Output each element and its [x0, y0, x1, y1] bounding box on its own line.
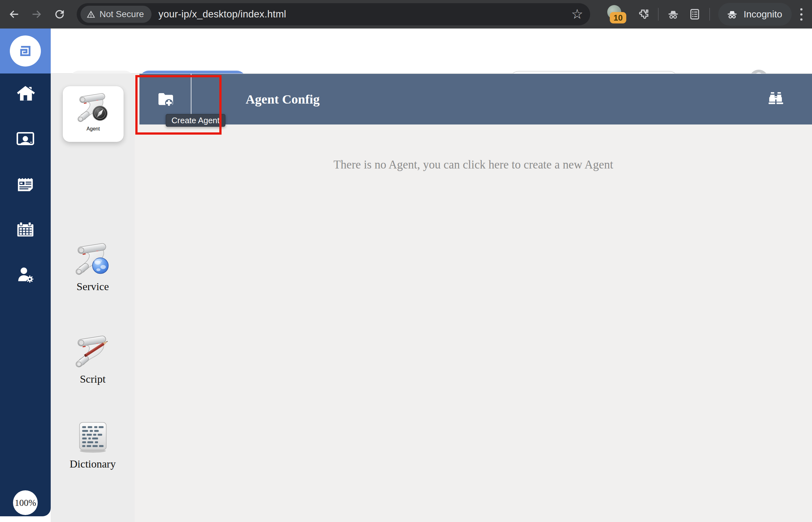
agent-scroll-icon	[75, 89, 112, 126]
module-panel: Agent Service	[51, 74, 135, 522]
panel-item-dictionary[interactable]: Dictionary	[51, 416, 135, 470]
service-scroll-icon	[72, 238, 114, 279]
reload-icon	[53, 8, 66, 21]
calendar-icon	[16, 220, 35, 239]
back-arrow-icon	[7, 8, 20, 21]
agent-toolbar: Agent Config	[139, 74, 812, 124]
app-logo[interactable]	[0, 28, 51, 74]
toolbar-separator	[658, 8, 659, 21]
panel-item-script-label: Script	[80, 373, 105, 385]
panel-item-service-label: Service	[77, 281, 109, 293]
incognito-hat-icon	[726, 8, 738, 21]
address-bar[interactable]: Not Secure your-ip/x_desktop/index.html …	[77, 3, 590, 25]
extension-button[interactable]: 10	[605, 3, 624, 25]
sidebar-item-home[interactable]	[16, 84, 35, 103]
app-header: Homepage Service Platform ✕	[0, 28, 812, 74]
extension-count-badge: 10	[610, 12, 626, 23]
sidebar-item-user-settings[interactable]	[16, 265, 35, 284]
sidebar-item-calendar[interactable]	[16, 220, 35, 239]
browser-forward-button[interactable]	[28, 5, 46, 23]
home-icon	[16, 84, 35, 103]
warning-triangle-icon	[86, 9, 96, 19]
browser-menu-button[interactable]	[795, 5, 808, 23]
empty-state-message[interactable]: There is no Agent, you can click here to…	[135, 158, 812, 172]
incognito-user-icon[interactable]	[666, 7, 680, 21]
forward-arrow-icon	[31, 8, 43, 21]
main-sidebar: 100%	[0, 74, 51, 516]
browser-back-button[interactable]	[5, 5, 23, 23]
panel-item-service[interactable]: Service	[51, 238, 135, 293]
browser-toolbar-right: 10	[605, 0, 812, 28]
zoom-level-button[interactable]: 100%	[13, 490, 38, 515]
content-area: Agent Config There is no Agent, you can …	[135, 74, 812, 522]
incognito-profile-badge[interactable]: Incognito	[718, 3, 792, 26]
sidebar-item-news[interactable]	[16, 175, 35, 194]
browser-chrome: Not Secure your-ip/x_desktop/index.html …	[0, 0, 812, 28]
create-agent-tooltip: Create Agent	[166, 114, 225, 127]
incognito-label: Incognito	[743, 9, 782, 20]
url-text[interactable]: your-ip/x_desktop/index.html	[158, 8, 286, 20]
browser-reload-button[interactable]	[51, 5, 69, 23]
script-scroll-icon	[72, 331, 114, 372]
panel-item-agent-label: Agent	[86, 126, 100, 132]
bookmark-star-icon[interactable]: ☆	[571, 7, 583, 21]
screen: Not Secure your-ip/x_desktop/index.html …	[0, 0, 812, 522]
find-binoculars-icon[interactable]	[768, 91, 784, 107]
reading-list-icon[interactable]	[688, 7, 701, 21]
newspaper-icon	[16, 175, 35, 194]
dictionary-icon	[72, 416, 114, 457]
sidebar-item-users[interactable]	[16, 129, 35, 148]
user-gear-icon	[16, 265, 35, 284]
zoom-level-label: 100%	[15, 498, 36, 508]
panel-item-dictionary-label: Dictionary	[70, 458, 116, 470]
app-logo-icon	[10, 36, 41, 66]
toolbar-separator	[709, 8, 710, 21]
user-monitor-icon	[16, 129, 35, 148]
create-agent-button[interactable]	[157, 91, 174, 107]
extensions-puzzle-icon[interactable]	[637, 7, 650, 21]
panel-item-agent[interactable]: Agent	[63, 86, 123, 142]
page-title: Agent Config	[246, 74, 320, 124]
not-secure-badge[interactable]: Not Secure	[80, 6, 152, 23]
not-secure-label: Not Secure	[99, 9, 144, 19]
panel-item-script[interactable]: Script	[51, 331, 135, 385]
